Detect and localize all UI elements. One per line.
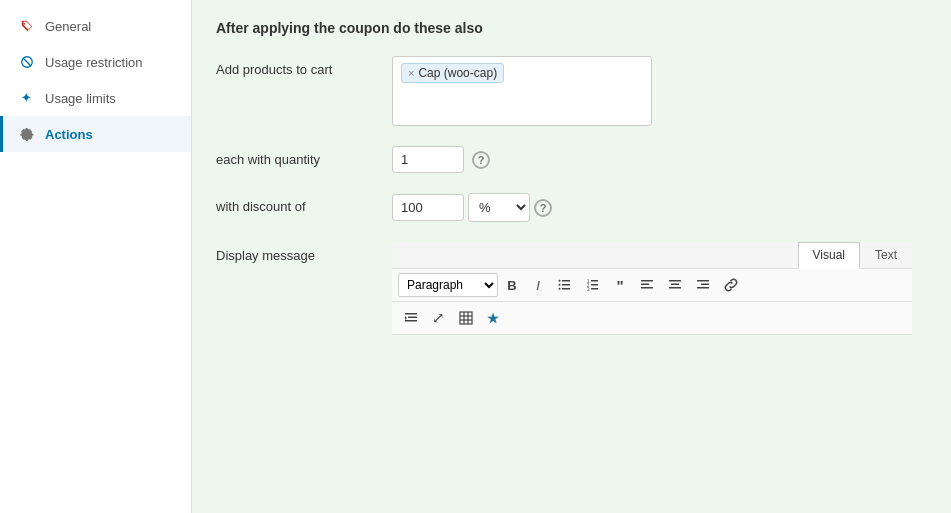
svg-rect-20 (669, 287, 681, 289)
sidebar-item-usage-limits[interactable]: ✦ Usage limits (0, 80, 191, 116)
svg-text:✦: ✦ (21, 91, 31, 105)
discount-help-icon[interactable]: ? (534, 199, 552, 217)
tab-text[interactable]: Text (860, 242, 912, 268)
svg-line-1 (23, 58, 31, 66)
discount-control: % $ fixed ? (392, 193, 927, 222)
svg-rect-25 (408, 317, 417, 319)
editor-container: Visual Text Paragraph Heading 1 Heading … (392, 242, 912, 415)
sidebar-item-label: Actions (45, 127, 93, 142)
qty-row: each with quantity ? (216, 146, 927, 173)
sidebar-item-actions[interactable]: Actions (0, 116, 191, 152)
editor-toolbar-row1: Paragraph Heading 1 Heading 2 Heading 3 … (392, 269, 912, 302)
align-left-button[interactable] (634, 273, 660, 297)
display-message-label: Display message (216, 242, 376, 263)
tag-icon (19, 18, 35, 34)
sidebar-item-usage-restriction[interactable]: Usage restriction (0, 44, 191, 80)
svg-rect-9 (591, 280, 598, 282)
svg-rect-21 (697, 280, 709, 282)
qty-input[interactable] (392, 146, 464, 173)
svg-rect-4 (562, 284, 570, 286)
link-button[interactable] (718, 273, 744, 297)
discount-input-row: % $ fixed ? (392, 193, 927, 222)
sidebar-item-general[interactable]: General (0, 8, 191, 44)
svg-rect-23 (697, 287, 709, 289)
svg-rect-5 (562, 288, 570, 290)
section-title: After applying the coupon do these also (216, 20, 927, 36)
qty-input-row: ? (392, 146, 927, 173)
svg-rect-3 (562, 280, 570, 282)
svg-rect-17 (641, 287, 653, 289)
sidebar-item-label: Usage restriction (45, 55, 143, 70)
format-select[interactable]: Paragraph Heading 1 Heading 2 Heading 3 … (398, 273, 498, 297)
add-products-label: Add products to cart (216, 56, 376, 77)
svg-rect-19 (671, 284, 679, 286)
product-tag: × Cap (woo-cap) (401, 63, 504, 83)
wp-button[interactable]: ★ (481, 306, 505, 330)
discount-input[interactable] (392, 194, 464, 221)
sidebar-item-label: General (45, 19, 91, 34)
indent-button[interactable] (398, 306, 424, 330)
app-container: General Usage restriction ✦ Usage limits… (0, 0, 951, 513)
svg-rect-18 (669, 280, 681, 282)
add-products-row: Add products to cart × Cap (woo-cap) (216, 56, 927, 126)
ul-button[interactable] (552, 273, 578, 297)
svg-point-8 (559, 288, 561, 290)
svg-rect-10 (591, 284, 598, 286)
svg-point-6 (559, 280, 561, 282)
main-content: After applying the coupon do these also … (192, 0, 951, 513)
svg-rect-28 (460, 312, 472, 324)
qty-help-icon[interactable]: ? (472, 151, 490, 169)
discount-row: with discount of % $ fixed ? (216, 193, 927, 222)
italic-button[interactable]: I (526, 273, 550, 297)
sidebar: General Usage restriction ✦ Usage limits… (0, 0, 192, 513)
asterisk-icon: ✦ (19, 90, 35, 106)
ban-icon (19, 54, 35, 70)
tag-remove[interactable]: × (408, 67, 414, 79)
svg-rect-22 (701, 284, 709, 286)
gear-icon (19, 126, 35, 142)
ol-button[interactable]: 123 (580, 273, 606, 297)
align-center-button[interactable] (662, 273, 688, 297)
table-button[interactable] (453, 306, 479, 330)
tab-visual[interactable]: Visual (798, 242, 860, 269)
add-products-control: × Cap (woo-cap) (392, 56, 927, 126)
bold-button[interactable]: B (500, 273, 524, 297)
qty-label: each with quantity (216, 146, 376, 167)
discount-label: with discount of (216, 193, 376, 214)
blockquote-button[interactable]: " (608, 273, 632, 297)
svg-marker-27 (405, 316, 407, 320)
svg-rect-11 (591, 288, 598, 290)
discount-unit-select[interactable]: % $ fixed (468, 193, 530, 222)
align-right-button[interactable] (690, 273, 716, 297)
fullscreen-button[interactable]: ⤢ (426, 306, 451, 330)
svg-rect-24 (405, 313, 417, 315)
svg-rect-16 (641, 284, 649, 286)
editor-body[interactable] (392, 335, 912, 415)
editor-tabs: Visual Text (392, 242, 912, 269)
qty-control: ? (392, 146, 927, 173)
tag-label: Cap (woo-cap) (418, 66, 497, 80)
svg-text:3: 3 (587, 287, 590, 292)
tag-input-box[interactable]: × Cap (woo-cap) (392, 56, 652, 126)
svg-point-7 (559, 284, 561, 286)
svg-rect-15 (641, 280, 653, 282)
sidebar-item-label: Usage limits (45, 91, 116, 106)
editor-toolbar-row2: ⤢ ★ (392, 302, 912, 335)
svg-rect-26 (405, 320, 417, 322)
display-message-section: Display message Visual Text P (216, 242, 927, 415)
